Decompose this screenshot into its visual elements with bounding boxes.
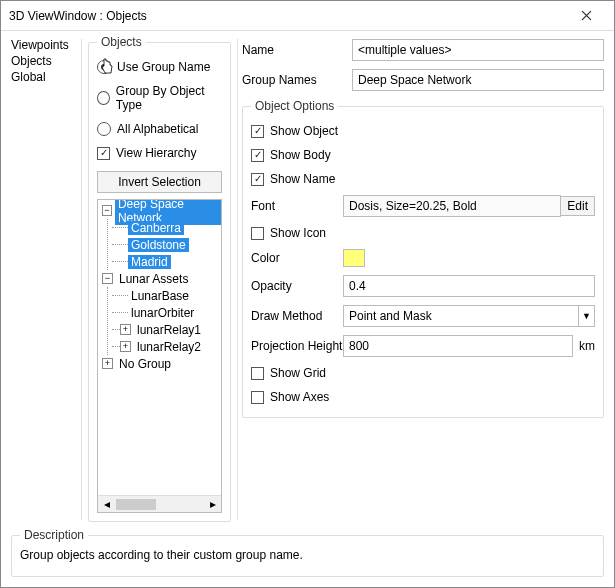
tree-label-lunarrelay2[interactable]: lunarRelay2	[134, 340, 204, 354]
invert-selection-button[interactable]: Invert Selection	[97, 171, 222, 193]
label-name: Name	[242, 43, 352, 57]
label-show-axes: Show Axes	[270, 390, 329, 404]
object-options-legend: Object Options	[251, 99, 338, 113]
tree-label-lunarrelay1[interactable]: lunarRelay1	[134, 323, 204, 337]
row-draw-method: Draw Method Point and Mask ▼	[251, 301, 595, 331]
input-opacity[interactable]	[343, 275, 595, 297]
row-opacity: Opacity	[251, 271, 595, 301]
tree-item-madrid[interactable]: Madrid	[108, 253, 221, 270]
label-show-object: Show Object	[270, 124, 338, 138]
check-show-grid[interactable]	[251, 367, 264, 380]
tree-item-lunarrelay2[interactable]: +lunarRelay2	[108, 338, 221, 355]
check-show-icon[interactable]	[251, 227, 264, 240]
tree-item-goldstone[interactable]: Goldstone	[108, 236, 221, 253]
nav-objects[interactable]: Objects	[5, 53, 77, 69]
row-font: Font Edit	[251, 191, 595, 221]
select-draw-method-value: Point and Mask	[349, 309, 578, 323]
label-projection-height: Projection Height	[251, 339, 343, 353]
radio-all-alpha-row[interactable]: All Alphabetical	[97, 117, 222, 141]
tree-label-canberra[interactable]: Canberra	[128, 221, 184, 235]
row-projection-height: Projection Height km	[251, 331, 595, 361]
color-swatch[interactable]	[343, 249, 365, 267]
label-show-body: Show Body	[270, 148, 331, 162]
radio-group-by-type-label: Group By Object Type	[116, 84, 222, 112]
object-tree[interactable]: − Deep Space Network Canberra Goldstone …	[98, 200, 221, 495]
collapse-icon[interactable]: −	[102, 205, 112, 216]
left-nav: Viewpoints Objects Global	[1, 31, 81, 528]
row-show-icon[interactable]: Show Icon	[251, 221, 595, 245]
label-opacity: Opacity	[251, 279, 343, 293]
check-view-hierarchy-row[interactable]: View Hierarchy	[97, 141, 222, 165]
tree-label-madrid[interactable]: Madrid	[128, 255, 171, 269]
tree-horizontal-scrollbar[interactable]: ◂ ▸	[98, 495, 221, 512]
row-group-names: Group Names	[242, 65, 604, 95]
objects-legend: Objects	[97, 35, 146, 49]
row-show-body[interactable]: Show Body	[251, 143, 595, 167]
description-fieldset: Description Group objects according to t…	[11, 528, 604, 577]
scroll-left-arrow-icon[interactable]: ◂	[98, 496, 115, 512]
radio-use-group-name-row[interactable]: Use Group Name	[97, 55, 222, 79]
description-legend: Description	[20, 528, 88, 542]
input-group-names[interactable]	[352, 69, 604, 91]
scroll-right-arrow-icon[interactable]: ▸	[204, 496, 221, 512]
row-name: Name	[242, 35, 604, 65]
object-options-fieldset: Object Options Show Object Show Body Sho…	[242, 99, 604, 418]
nav-global[interactable]: Global	[5, 69, 77, 85]
expand-icon[interactable]: +	[102, 358, 113, 369]
check-show-axes[interactable]	[251, 391, 264, 404]
description-wrap: Description Group objects according to t…	[1, 528, 614, 587]
row-color: Color	[251, 245, 595, 271]
check-view-hierarchy[interactable]	[97, 147, 110, 160]
label-show-name: Show Name	[270, 172, 335, 186]
tree-label-lunarbase[interactable]: LunarBase	[128, 289, 192, 303]
label-draw-method: Draw Method	[251, 309, 343, 323]
objects-fieldset: Objects Use Group Name Group By Object T…	[88, 35, 231, 522]
select-draw-method[interactable]: Point and Mask ▼	[343, 305, 595, 327]
scroll-thumb[interactable]	[116, 499, 156, 510]
tree-label-no-group[interactable]: No Group	[116, 357, 174, 371]
tree-item-lunarrelay1[interactable]: +lunarRelay1	[108, 321, 221, 338]
tree-label-lunarorbiter[interactable]: lunarOrbiter	[128, 306, 197, 320]
tree-group-deep-space[interactable]: − Deep Space Network	[98, 202, 221, 219]
radio-all-alpha-label: All Alphabetical	[117, 122, 198, 136]
properties-column: Name Group Names Object Options Show Obj…	[238, 31, 614, 528]
row-show-object[interactable]: Show Object	[251, 119, 595, 143]
tree-group-lunar-assets[interactable]: − Lunar Assets	[98, 270, 221, 287]
window-title: 3D ViewWindow : Objects	[9, 9, 566, 23]
expand-icon[interactable]: +	[120, 341, 131, 352]
main-row: Viewpoints Objects Global Objects Use Gr…	[1, 31, 614, 528]
tree-label-goldstone[interactable]: Goldstone	[128, 238, 189, 252]
close-icon	[581, 10, 592, 21]
row-show-name[interactable]: Show Name	[251, 167, 595, 191]
check-show-object[interactable]	[251, 125, 264, 138]
close-button[interactable]	[566, 1, 606, 30]
dropdown-arrow-icon: ▼	[578, 306, 594, 326]
check-show-body[interactable]	[251, 149, 264, 162]
check-show-name[interactable]	[251, 173, 264, 186]
tree-item-lunarbase[interactable]: LunarBase	[108, 287, 221, 304]
label-color: Color	[251, 251, 343, 265]
label-show-grid: Show Grid	[270, 366, 326, 380]
radio-all-alpha[interactable]	[97, 122, 111, 136]
input-projection-height[interactable]	[343, 335, 573, 357]
row-show-grid[interactable]: Show Grid	[251, 361, 595, 385]
radio-use-group-name-label: Use Group Name	[117, 60, 210, 74]
tree-group-no-group[interactable]: + No Group	[98, 355, 221, 372]
radio-group-by-type-row[interactable]: Group By Object Type	[97, 79, 222, 117]
label-show-icon: Show Icon	[270, 226, 326, 240]
tree-item-lunarorbiter[interactable]: lunarOrbiter	[108, 304, 221, 321]
input-name[interactable]	[352, 39, 604, 61]
font-edit-button[interactable]: Edit	[560, 196, 595, 216]
expand-icon[interactable]: +	[120, 324, 131, 335]
row-show-axes[interactable]: Show Axes	[251, 385, 595, 409]
hand-cursor-icon	[99, 57, 115, 78]
nav-viewpoints[interactable]: Viewpoints	[5, 37, 77, 53]
label-projection-height-unit: km	[579, 339, 595, 353]
dialog-window: 3D ViewWindow : Objects Viewpoints Objec…	[0, 0, 615, 588]
titlebar: 3D ViewWindow : Objects	[1, 1, 614, 31]
description-text: Group objects according to their custom …	[20, 548, 595, 562]
tree-label-lunar-assets[interactable]: Lunar Assets	[116, 272, 191, 286]
collapse-icon[interactable]: −	[102, 273, 113, 284]
radio-group-by-type[interactable]	[97, 91, 110, 105]
dialog-body: Viewpoints Objects Global Objects Use Gr…	[1, 31, 614, 587]
